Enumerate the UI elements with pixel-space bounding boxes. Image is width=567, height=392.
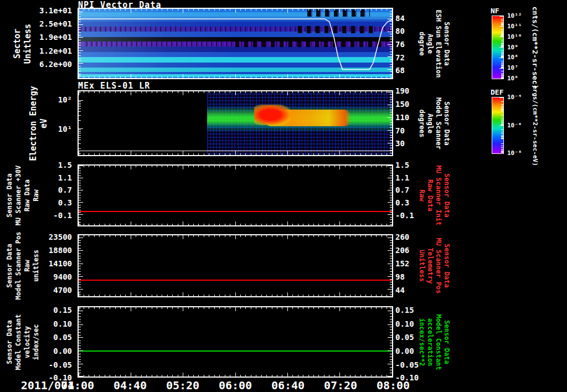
tick-mark: [79, 327, 81, 327]
tick-mark: [501, 42, 503, 42]
tick-mark: [355, 76, 355, 78]
tick-mark: [79, 180, 81, 181]
tick-mark: [235, 221, 236, 225]
tick-mark: [308, 91, 309, 93]
tick-mark: [94, 91, 95, 93]
tick-mark: [240, 91, 241, 93]
tick-mark: [79, 276, 83, 277]
tick-mark: [188, 375, 189, 376]
tick-mark: [198, 9, 199, 11]
tick-mark: [172, 166, 173, 167]
tick-mark: [298, 153, 298, 155]
tick-mark: [390, 71, 392, 72]
tick-mark: [79, 345, 81, 346]
tick-mark: [131, 235, 131, 239]
def-colorbar-title: DEF: [491, 88, 503, 96]
tick-mark: [261, 166, 262, 167]
tick-mark: [110, 9, 110, 11]
tick-mark: [79, 198, 81, 198]
tick-mark: [79, 256, 81, 256]
tick-mark: [329, 375, 329, 376]
tick-mark: [178, 76, 178, 78]
tick-mark: [204, 76, 204, 78]
tick-mark: [209, 375, 209, 376]
tick-mark: [89, 9, 89, 11]
tick-mark: [79, 238, 83, 238]
tick-mark: [390, 150, 392, 151]
tick-mark: [282, 91, 282, 93]
tick-mark: [313, 307, 314, 309]
tick-mark: [376, 9, 377, 11]
tick-mark: [79, 68, 81, 69]
tick-mark: [501, 29, 503, 30]
tick-mark: [79, 55, 81, 56]
tick-mark: [79, 133, 81, 133]
tick-mark: [146, 235, 147, 237]
tick-mark: [79, 100, 83, 101]
nf-colorbar-gradient: [492, 16, 504, 79]
tick-mark: [110, 153, 110, 155]
tick-mark: [79, 9, 79, 13]
tick-mark: [79, 266, 81, 266]
tick-mark: [188, 91, 189, 93]
time-tick-label: 06:00: [210, 379, 260, 392]
tick-mark: [94, 224, 95, 225]
tick-mark: [390, 248, 392, 249]
tick-mark: [266, 224, 267, 225]
axis-tick-label: 10²: [25, 95, 72, 104]
tick-mark: [282, 9, 282, 11]
tick-mark: [292, 307, 293, 309]
tick-mark: [79, 188, 81, 188]
tick-mark: [390, 153, 392, 153]
tick-mark: [390, 77, 392, 78]
tick-mark: [390, 127, 392, 128]
tick-mark: [225, 166, 225, 167]
tick-mark: [193, 375, 194, 376]
panel1-right-tick-labels: 8480767268: [395, 8, 434, 79]
tick-mark: [115, 224, 116, 225]
tick-mark: [390, 343, 392, 343]
panel2-title: MEx ELS-01 LR: [78, 81, 150, 91]
tick-mark: [188, 153, 189, 155]
tick-mark: [79, 274, 81, 275]
tick-mark: [89, 76, 89, 78]
tick-mark: [79, 183, 81, 183]
tick-mark: [94, 76, 95, 78]
tick-mark: [371, 153, 372, 155]
tick-mark: [390, 135, 392, 136]
tick-mark: [193, 91, 194, 93]
panel4-right-tick-labels: 2602061529844: [395, 234, 434, 297]
tick-mark: [392, 74, 393, 78]
tick-mark: [167, 307, 168, 309]
tick-mark: [365, 91, 366, 93]
tick-mark: [230, 224, 230, 225]
tick-mark: [282, 224, 282, 225]
tick-mark: [79, 207, 81, 208]
tick-mark: [89, 224, 89, 225]
tick-mark: [390, 145, 392, 146]
tick-mark: [146, 224, 147, 225]
tick-mark: [324, 235, 324, 237]
tick-mark: [386, 375, 387, 376]
tick-mark: [183, 307, 183, 311]
tick-mark: [390, 205, 392, 205]
tick-mark: [390, 367, 392, 368]
tick-mark: [386, 153, 387, 155]
tick-mark: [499, 16, 503, 17]
tick-mark: [157, 76, 157, 78]
tick-mark: [79, 106, 81, 107]
tick-mark: [390, 34, 392, 34]
tick-mark: [79, 22, 81, 22]
tick-mark: [256, 9, 256, 11]
tick-mark: [376, 224, 377, 225]
tick-mark: [141, 153, 142, 155]
tick-mark: [79, 200, 81, 200]
tick-mark: [214, 76, 215, 78]
tick-mark: [79, 295, 81, 295]
tick-mark: [390, 217, 392, 218]
tick-mark: [152, 76, 152, 78]
panel3-right-tick-labels: 1.51.10.70.3-0.1: [395, 164, 434, 226]
tick-mark: [298, 295, 298, 296]
tick-mark: [388, 92, 392, 92]
tick-mark: [272, 166, 272, 167]
